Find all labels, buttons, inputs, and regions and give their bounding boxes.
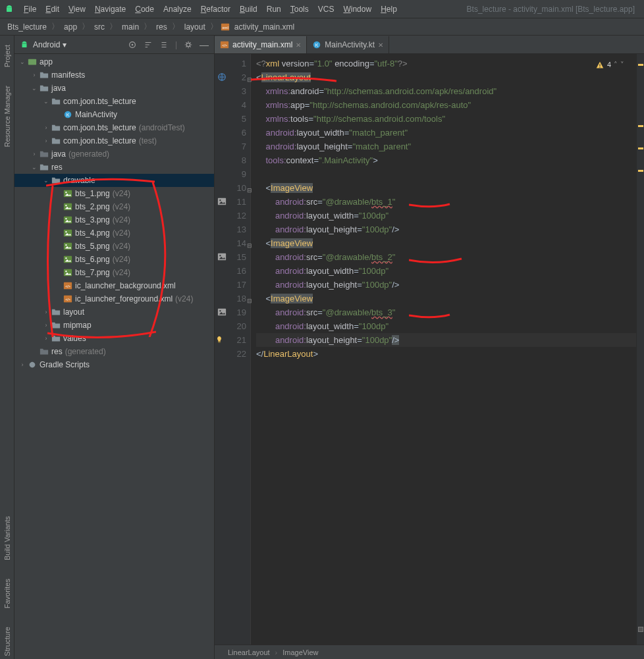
tree-node[interactable]: ›com.joon.bts_lecture(test) xyxy=(14,134,214,147)
tree-node[interactable]: ›Gradle Scripts xyxy=(14,358,214,371)
tool-tab-favorites[interactable]: Favorites xyxy=(2,576,13,611)
tree-node[interactable]: bts_7.png(v24) xyxy=(14,266,214,279)
code-line[interactable]: android:layout_width="100dp" xyxy=(256,209,636,223)
breadcrumb-item[interactable]: main xyxy=(120,21,141,33)
tree-node[interactable]: bts_6.png(v24) xyxy=(14,253,214,266)
expand-icon[interactable] xyxy=(159,40,169,49)
menu-file[interactable]: File xyxy=(20,3,40,15)
tree-arrow-icon[interactable]: › xyxy=(30,72,38,78)
tree-node[interactable]: ›layout xyxy=(14,305,214,319)
status-crumb[interactable]: LinearLayout xyxy=(228,648,270,656)
tree-node[interactable]: </>ic_launcher_background.xml xyxy=(14,279,214,292)
hide-panel-icon[interactable]: — xyxy=(200,40,209,50)
breadcrumb-item[interactable]: Bts_lecture xyxy=(5,21,49,33)
tree-node[interactable]: ›values xyxy=(14,332,214,345)
tree-node[interactable]: </>ic_launcher_foreground.xml(v24) xyxy=(14,292,214,305)
menu-navigate[interactable]: Navigate xyxy=(91,3,130,15)
tree-arrow-icon[interactable]: ⌄ xyxy=(42,98,50,105)
breadcrumb-item[interactable]: activity_main.xml xyxy=(232,21,296,33)
tree-node[interactable]: bts_4.png(v24) xyxy=(14,226,214,240)
code-line[interactable]: android:src="@drawable/bts_1" xyxy=(256,195,636,209)
code-line[interactable]: <LinearLayout xyxy=(256,70,636,84)
tree-node[interactable]: ⌄drawable xyxy=(14,174,214,187)
code-line[interactable]: android:layout_height="100dp"/> xyxy=(256,278,636,292)
tree-arrow-icon[interactable]: › xyxy=(30,151,38,157)
globe-icon[interactable] xyxy=(217,72,227,82)
editor-gutter[interactable]: 12⊟345678910⊟11121314⊟15161718⊟19202122 xyxy=(215,54,251,645)
tool-tab-build-variants[interactable]: Build Variants xyxy=(2,514,13,563)
breadcrumb-item[interactable]: res xyxy=(154,21,169,33)
menu-edit[interactable]: Edit xyxy=(41,3,63,15)
tree-arrow-icon[interactable]: ⌄ xyxy=(18,59,26,65)
inspect-up-icon[interactable]: ˄ xyxy=(614,58,618,72)
tree-node[interactable]: ›manifests xyxy=(14,68,214,82)
tree-node[interactable]: KMainActivity xyxy=(14,108,214,121)
code-line[interactable]: android:layout_width="match_parent" xyxy=(256,126,636,140)
code-line[interactable]: tools:context=".MainActivity"> xyxy=(256,153,636,167)
tree-node[interactable]: bts_3.png(v24) xyxy=(14,213,214,226)
code-line[interactable]: android:layout_width="100dp" xyxy=(256,319,636,333)
project-tree[interactable]: ⌄app›manifests⌄java⌄com.joon.bts_lecture… xyxy=(14,54,214,659)
code-line[interactable]: <ImageView xyxy=(256,236,636,250)
image-icon[interactable] xyxy=(217,307,227,317)
tree-node[interactable]: ⌄java xyxy=(14,82,214,95)
image-icon[interactable] xyxy=(217,252,227,261)
code-line[interactable]: <ImageView xyxy=(256,181,636,195)
code-line[interactable]: android:layout_height="100dp"/> xyxy=(256,223,636,236)
menu-vcs[interactable]: VCS xyxy=(314,3,338,15)
image-icon[interactable] xyxy=(217,197,227,206)
code-line[interactable] xyxy=(256,167,636,181)
tree-arrow-icon[interactable]: ⌄ xyxy=(30,85,38,92)
sort-icon[interactable] xyxy=(144,40,153,49)
tree-node[interactable]: res(generated) xyxy=(14,345,214,358)
status-crumb[interactable]: ImageView xyxy=(282,648,318,656)
tree-arrow-icon[interactable]: › xyxy=(42,309,50,315)
tree-arrow-icon[interactable]: › xyxy=(42,138,50,144)
inspect-down-icon[interactable]: ˅ xyxy=(620,58,624,72)
code-line[interactable]: </LinearLayout> xyxy=(256,347,636,361)
close-tab-icon[interactable]: ✕ xyxy=(296,41,301,49)
menu-tools[interactable]: Tools xyxy=(286,3,313,15)
code-line[interactable]: android:src="@drawable/bts_2" xyxy=(256,250,636,264)
menu-view[interactable]: View xyxy=(65,3,90,15)
code-line[interactable]: android:layout_width="100dp" xyxy=(256,264,636,278)
tree-arrow-icon[interactable]: › xyxy=(42,335,50,342)
editor-tab[interactable]: </>activity_main.xml✕ xyxy=(215,36,307,53)
code-line[interactable]: xmlns:android="http://schemas.android.co… xyxy=(256,84,636,98)
menu-refactor[interactable]: Refactor xyxy=(197,3,234,15)
tree-node[interactable]: ⌄app xyxy=(14,55,214,68)
code-line[interactable]: android:layout_height="100dp"/> xyxy=(256,333,636,347)
gear-icon[interactable] xyxy=(184,40,193,49)
project-view-selector[interactable]: Android ▾ xyxy=(33,40,67,49)
code-line[interactable]: android:layout_height="match_parent" xyxy=(256,140,636,153)
menu-run[interactable]: Run xyxy=(263,3,285,15)
breadcrumb-item[interactable]: app xyxy=(62,21,79,33)
tree-node[interactable]: bts_5.png(v24) xyxy=(14,240,214,253)
tree-arrow-icon[interactable]: ⌄ xyxy=(30,164,38,171)
tree-arrow-icon[interactable]: › xyxy=(42,322,50,329)
code-line[interactable]: xmlns:app="http://schemas.android.com/ap… xyxy=(256,98,636,112)
error-stripe[interactable] xyxy=(636,54,644,645)
code-line[interactable]: <?xml version="1.0" encoding="utf-8"?> xyxy=(256,57,636,70)
code-line[interactable]: android:src="@drawable/bts_3" xyxy=(256,305,636,319)
close-tab-icon[interactable]: ✕ xyxy=(378,41,383,49)
menu-code[interactable]: Code xyxy=(131,3,158,15)
code-line[interactable]: xmlns:tools="http://schemas.android.com/… xyxy=(256,112,636,126)
breadcrumb-item[interactable]: layout xyxy=(182,21,207,33)
tree-arrow-icon[interactable]: ⌄ xyxy=(42,177,50,184)
bulb-icon[interactable] xyxy=(215,335,224,344)
code-line[interactable]: <ImageView xyxy=(256,292,636,305)
menu-help[interactable]: Help xyxy=(377,3,401,15)
tree-node[interactable]: bts_2.png(v24) xyxy=(14,200,214,213)
tool-tab-structure[interactable]: Structure xyxy=(2,624,13,659)
tree-arrow-icon[interactable]: › xyxy=(18,361,26,368)
locate-icon[interactable] xyxy=(128,40,137,49)
tool-tab-resource-manager[interactable]: Resource Manager xyxy=(2,83,13,150)
tree-node[interactable]: ›mipmap xyxy=(14,319,214,332)
menu-window[interactable]: Window xyxy=(339,3,375,15)
tree-node[interactable]: bts_1.png(v24) xyxy=(14,187,214,200)
breadcrumb-item[interactable]: src xyxy=(92,21,107,33)
inspection-widget[interactable]: 4 ˄ ˅ xyxy=(595,58,624,72)
editor-breadcrumb[interactable]: LinearLayout›ImageView xyxy=(215,645,644,659)
tree-node[interactable]: ›com.joon.bts_lecture(androidTest) xyxy=(14,121,214,134)
